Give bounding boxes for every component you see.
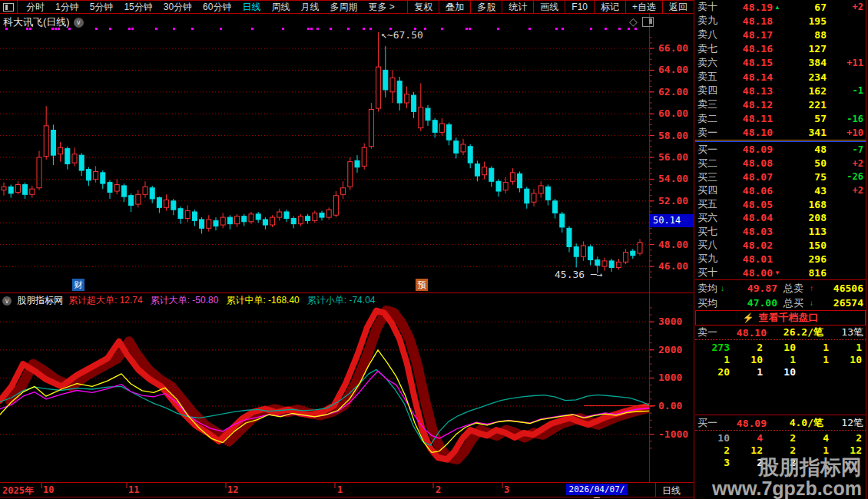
svg-text:56.00: 56.00 — [658, 151, 688, 163]
buy-levels: 买一48.0948-7买二48.0850+2买三48.0775-26买四48.0… — [695, 143, 866, 279]
orderbook-buy-row[interactable]: 买八48.02150 — [695, 239, 866, 253]
arrow-icon: ↓ — [810, 299, 819, 307]
orderbook-sell-row[interactable]: 卖一48.10341+10 — [695, 126, 866, 140]
svg-text:66.00: 66.00 — [658, 42, 688, 54]
spread-separator-orange — [695, 140, 866, 140]
orderbook-buy-row[interactable]: 买三48.0775-26 — [695, 170, 866, 184]
thousand-level-link[interactable]: ⚡ 查看千档盘口 — [695, 310, 866, 326]
indicator-header: ∨ 股朋指标网 累计超大单: 12.74累计大单: -50.80累计中单: -1… — [2, 294, 375, 307]
current-price-tag: 50.14 — [650, 214, 694, 227]
svg-text:62.00: 62.00 — [658, 86, 688, 97]
buy1-header: 买一48.094.0/笔12笔 — [695, 416, 866, 430]
buy1-queue-row: 104242 — [695, 432, 863, 444]
summary-row: 卖均↓49.87总卖↑46506 — [695, 281, 866, 296]
highest-price-annotation: ↖~67.50 — [381, 29, 423, 41]
panel-toggle-icon[interactable] — [642, 17, 654, 27]
legend-item: 累计小单: -74.04 — [307, 294, 376, 307]
svg-text:1000: 1000 — [658, 372, 682, 383]
svg-text:60.00: 60.00 — [658, 107, 688, 119]
event-marker[interactable]: 预 — [416, 279, 428, 291]
lightning-icon: ⚡ — [743, 312, 754, 323]
sell1-queue-row: 1101110 — [695, 354, 863, 365]
sell1-queue-row: 27321011 — [695, 342, 863, 353]
legend-item: 累计中单: -168.40 — [226, 294, 299, 307]
current-date-box[interactable]: 2026/04/07/二 — [566, 484, 628, 495]
svg-text:48.00: 48.00 — [658, 239, 688, 250]
spread-separator-blue — [695, 141, 866, 142]
annotation-arrow-icon: ─→ — [591, 269, 603, 280]
orderbook-panel: 卖十48.19▲67+2卖九48.18195卖八48.1788卖七48.1612… — [695, 0, 866, 499]
indicator-name: 股朋指标网 — [17, 294, 63, 307]
orderbook-sell-row[interactable]: 卖十48.19▲67+2 — [695, 0, 866, 14]
svg-text:2000: 2000 — [658, 344, 682, 355]
chart-title[interactable]: 科大讯飞(日线) ∨ — [3, 15, 84, 29]
event-marker[interactable]: 财 — [72, 279, 84, 291]
svg-text:58.00: 58.00 — [658, 130, 688, 141]
orderbook-sell-row[interactable]: 卖二48.1157-16 — [695, 112, 866, 126]
legend-item: 累计大单: -50.80 — [151, 294, 219, 307]
arrow-icon: ↑ — [810, 284, 819, 292]
orderbook-buy-row[interactable]: 买二48.0850+2 — [695, 157, 866, 170]
orderbook-buy-row[interactable]: 买九48.01296 — [695, 252, 866, 266]
trading-app-window: 分时1分钟5分钟15分钟30分钟60分钟日线周线月线多周期更多 > 复权叠加多股… — [0, 0, 868, 499]
date-axis: 2025年101112123 2026/04/07/二 日线 — [0, 483, 694, 497]
orderbook-sell-row[interactable]: 卖三48.12221 — [695, 97, 866, 111]
orderbook-buy-row[interactable]: 买一48.0948-7 — [695, 143, 866, 157]
month-label: 1 — [337, 484, 343, 495]
annotation-arrow-icon: ↖~ — [381, 29, 393, 41]
svg-text:54.00: 54.00 — [658, 173, 688, 184]
summary-row: 买均47.00总买↓26574 — [695, 296, 866, 310]
panel-divider — [694, 0, 694, 499]
symbol-name: 科大讯飞(日线) — [3, 15, 70, 29]
indicator-collapse-icon[interactable]: ∨ — [2, 296, 12, 306]
svg-text:52.00: 52.00 — [658, 195, 688, 207]
sell1-queue-row: 20110 — [695, 366, 863, 378]
month-label: 2025年 — [2, 484, 34, 497]
candlestick-and-indicator-chart[interactable]: 46.0048.0050.0052.0054.0056.0058.0060.00… — [0, 0, 695, 499]
orderbook-buy-row[interactable]: 买四48.0643+2 — [695, 183, 866, 197]
orderbook-sell-row[interactable]: 卖六48.15384+11 — [695, 56, 866, 70]
svg-text:0.00: 0.00 — [658, 400, 682, 411]
chevron-down-icon[interactable]: ∨ — [74, 18, 84, 28]
chart-corner-tools: ◇ — [629, 15, 654, 28]
orderbook-sell-row[interactable]: 卖九48.18195 — [695, 14, 866, 28]
right-border — [866, 0, 866, 499]
indicator-legend: 累计超大单: 12.74累计大单: -50.80累计中单: -168.40累计小… — [68, 294, 375, 307]
legend-item: 累计超大单: 12.74 — [68, 294, 143, 307]
month-label: 3 — [504, 484, 509, 495]
sell1-header: 卖一48.1026.2/笔13笔 — [695, 326, 866, 339]
buy1-queue-row: 2122112 — [695, 444, 863, 456]
month-label: 11 — [128, 484, 139, 495]
svg-text:-1000: -1000 — [658, 428, 688, 440]
orderbook-buy-row[interactable]: 买六48.04208 — [695, 211, 866, 225]
sell-levels: 卖十48.19▲67+2卖九48.18195卖八48.1788卖七48.1612… — [695, 0, 866, 140]
orderbook-sell-row[interactable]: 卖五48.14234 — [695, 70, 866, 84]
month-label: 12 — [227, 484, 238, 495]
svg-text:3000: 3000 — [658, 316, 682, 327]
month-label: 10 — [43, 484, 54, 495]
arrow-icon: ↓ — [721, 284, 730, 292]
svg-text:46.00: 46.00 — [658, 260, 688, 272]
diamond-icon[interactable]: ◇ — [629, 15, 638, 28]
watermark: 股朋指标网 www.7gpzb.com — [712, 458, 862, 498]
period-label: 日线 — [662, 484, 681, 497]
orderbook-buy-row[interactable]: 买五48.05168 — [695, 197, 866, 211]
orderbook-sell-row[interactable]: 卖七48.16127 — [695, 42, 866, 56]
orderbook-sell-row[interactable]: 卖八48.1788 — [695, 28, 866, 41]
orderbook-buy-row[interactable]: 买七48.03113 — [695, 225, 866, 239]
month-label: 2 — [436, 484, 441, 495]
orderbook-buy-row[interactable]: 买十48.00▼816 — [695, 266, 866, 279]
lowest-price-annotation: 45.36 ─→ — [555, 269, 603, 280]
svg-text:64.00: 64.00 — [658, 64, 688, 75]
orderbook-sell-row[interactable]: 卖四48.13162-1 — [695, 84, 866, 97]
